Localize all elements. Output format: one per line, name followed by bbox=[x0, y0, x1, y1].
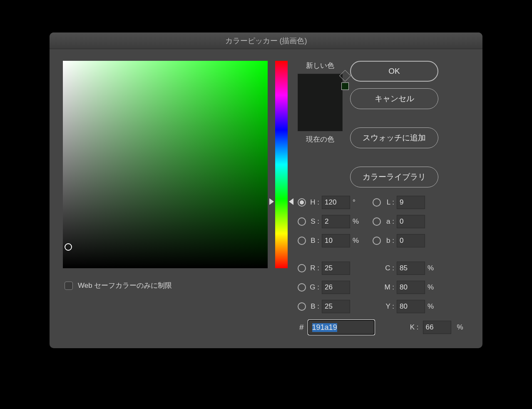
rgbb-label: B : bbox=[305, 302, 322, 311]
current-color-label: 現在の色 bbox=[306, 135, 334, 144]
c-unit: % bbox=[426, 264, 435, 272]
a-label: a : bbox=[380, 217, 397, 226]
y-label: Y : bbox=[380, 302, 397, 311]
h-label: H : bbox=[305, 198, 322, 207]
color-libraries-button[interactable]: カラーライブラリ bbox=[350, 167, 438, 187]
s-input[interactable] bbox=[322, 215, 350, 228]
h-unit: ° bbox=[351, 198, 360, 207]
color-values-grid: H : ° L : S : % a : bbox=[298, 196, 463, 313]
color-preview-swatch[interactable] bbox=[298, 74, 343, 131]
g-label: G : bbox=[305, 283, 322, 292]
new-color-label: 新しい色 bbox=[306, 61, 334, 70]
dialog-titlebar[interactable]: カラーピッカー (描画色) bbox=[50, 32, 482, 49]
s-label: S : bbox=[305, 217, 322, 226]
b-input[interactable] bbox=[397, 234, 425, 247]
y-input[interactable] bbox=[397, 300, 425, 313]
gamut-swatch[interactable] bbox=[341, 82, 349, 90]
m-label: M : bbox=[380, 283, 397, 292]
l-label: L : bbox=[380, 198, 397, 207]
dialog-title: カラーピッカー (描画色) bbox=[225, 36, 307, 46]
bv-label: B : bbox=[305, 237, 322, 245]
h-input[interactable] bbox=[322, 196, 350, 209]
cancel-button[interactable]: キャンセル bbox=[350, 88, 438, 109]
lab-b-radio[interactable] bbox=[373, 237, 381, 245]
lab-a-radio[interactable] bbox=[373, 217, 381, 226]
r-label: R : bbox=[305, 264, 322, 272]
k-unit: % bbox=[455, 323, 463, 332]
lab-l-radio[interactable] bbox=[373, 198, 381, 207]
add-to-swatches-button[interactable]: スウォッチに追加 bbox=[350, 127, 438, 148]
b-label: b : bbox=[380, 237, 397, 245]
color-picker-dialog: カラーピッカー (描画色) Web セーフカラーのみに制限 bbox=[50, 32, 482, 348]
rgbb-input[interactable] bbox=[322, 300, 350, 313]
c-input[interactable] bbox=[397, 262, 425, 275]
k-input[interactable] bbox=[423, 321, 451, 334]
c-label: C : bbox=[380, 264, 397, 272]
hsb-b-radio[interactable] bbox=[298, 237, 306, 245]
saturation-brightness-field[interactable] bbox=[63, 61, 268, 268]
web-safe-label: Web セーフカラーのみに制限 bbox=[78, 281, 172, 290]
s-unit: % bbox=[351, 217, 360, 226]
hex-prefix: # bbox=[299, 323, 304, 332]
ok-button[interactable]: OK bbox=[350, 61, 438, 82]
bv-unit: % bbox=[351, 237, 360, 245]
hue-slider[interactable] bbox=[275, 61, 288, 268]
l-input[interactable] bbox=[397, 196, 425, 209]
hsb-h-radio[interactable] bbox=[298, 198, 306, 207]
bv-input[interactable] bbox=[322, 234, 350, 247]
a-input[interactable] bbox=[397, 215, 425, 228]
color-field-cursor[interactable] bbox=[65, 243, 72, 251]
hex-input[interactable] bbox=[308, 320, 375, 335]
rgb-g-radio[interactable] bbox=[298, 283, 306, 292]
rgb-b-radio[interactable] bbox=[298, 302, 306, 311]
r-input[interactable] bbox=[322, 262, 350, 275]
hue-slider-handle-left[interactable] bbox=[269, 198, 274, 205]
web-safe-checkbox[interactable] bbox=[65, 282, 73, 290]
gamut-warning-icon[interactable] bbox=[339, 70, 351, 82]
hsb-s-radio[interactable] bbox=[298, 217, 306, 226]
hue-slider-handle-right[interactable] bbox=[289, 198, 293, 205]
g-input[interactable] bbox=[322, 281, 350, 294]
rgb-r-radio[interactable] bbox=[298, 264, 306, 272]
m-unit: % bbox=[426, 283, 435, 292]
y-unit: % bbox=[426, 302, 435, 311]
m-input[interactable] bbox=[397, 281, 425, 294]
k-label: K : bbox=[405, 323, 421, 332]
